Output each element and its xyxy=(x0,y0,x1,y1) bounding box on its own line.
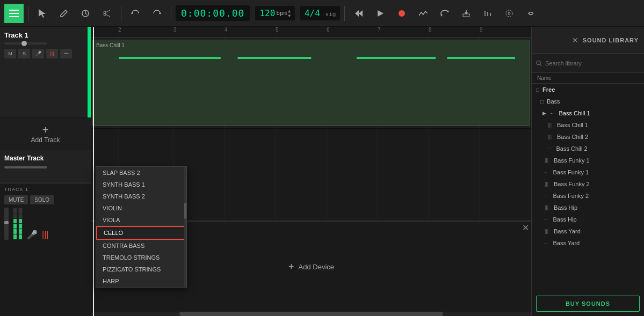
dropdown-item-synth-bass-1[interactable]: SYNTH BASS 1 xyxy=(96,179,186,190)
track1-eq[interactable]: ||| xyxy=(46,49,58,58)
bottom-mute-button[interactable]: MUTE xyxy=(4,195,28,204)
dropdown-item-harp[interactable]: HARP xyxy=(96,275,186,287)
mixer-button[interactable] xyxy=(478,4,497,23)
bottom-eq-button[interactable]: ||| xyxy=(42,230,48,240)
dropdown-item-tremolo-strings[interactable]: TREMOLO STRINGS xyxy=(96,252,186,263)
lib-item-bass-hip-b[interactable]: -· Bass Hip xyxy=(532,214,644,225)
lib-item-bass[interactable]: □ Bass xyxy=(532,95,644,107)
play-button[interactable] xyxy=(371,4,390,23)
time-display[interactable]: 0:00:00.00 xyxy=(176,5,250,21)
track1-wave[interactable]: 〜 xyxy=(60,49,72,58)
add-device-label: Add Device xyxy=(299,263,334,271)
pencil-tool[interactable] xyxy=(54,4,74,23)
bpm-arrows[interactable]: ▲▼ xyxy=(288,9,291,18)
track1-mute[interactable]: M xyxy=(4,49,16,58)
select-tool[interactable] xyxy=(33,4,52,23)
buy-sounds-button[interactable]: BUY SOUNDS xyxy=(536,296,640,312)
svg-point-47 xyxy=(537,61,540,64)
dropdown-item-violin[interactable]: VIOLIN xyxy=(96,202,186,214)
loop-button[interactable] xyxy=(435,4,454,23)
dropdown-scrollbar[interactable] xyxy=(184,167,186,287)
ruler-mark-7: 7 xyxy=(378,27,381,33)
bottom-track-label: TRACK 1 xyxy=(4,187,28,192)
lib-item-bass-chill-2-a[interactable]: ||| Bass Chill 2 xyxy=(532,131,644,143)
skip-back-button[interactable] xyxy=(349,4,368,23)
ruler-mark-6: 6 xyxy=(327,27,330,33)
lib-item-bass-yard-a[interactable]: ||| Bass Yard xyxy=(532,225,644,237)
svg-rect-1 xyxy=(9,13,19,14)
lib-item-bass-chill-1-a[interactable]: ||| Bass Chill 1 xyxy=(532,119,644,131)
dropdown-scrollbar-thumb[interactable] xyxy=(184,203,186,219)
device-panel-close[interactable]: ✕ xyxy=(522,224,529,232)
record-button[interactable] xyxy=(392,4,411,23)
dash-icon: -· xyxy=(551,111,554,116)
bpm-display[interactable]: 120 bpm ▲▼ xyxy=(255,6,295,20)
track1-mic[interactable]: 🎤 xyxy=(32,49,44,58)
lib-item-bass-chill-2-b[interactable]: -· Bass Chill 2 xyxy=(532,143,644,155)
ruler-mark-2: 2 xyxy=(118,27,121,33)
lib-item-bass-funky-2-a[interactable]: ||| Bass Funky 2 xyxy=(532,178,644,190)
track1-clip-area[interactable]: Bass Chill 1 xyxy=(91,38,531,129)
track1-color xyxy=(88,27,91,117)
svg-marker-18 xyxy=(440,14,443,17)
svg-marker-12 xyxy=(159,12,161,14)
lib-item-bass-chill-1-expanded[interactable]: ▶ -· Bass Chill 1 xyxy=(532,107,644,119)
ruler-mark-3: 3 xyxy=(173,27,177,33)
svg-point-26 xyxy=(506,10,512,17)
menu-button[interactable] xyxy=(4,4,24,23)
track1-name: Track 1 xyxy=(4,31,28,39)
track1-clip[interactable]: Bass Chill 1 xyxy=(92,40,530,126)
lib-item-bass-funky-1-b[interactable]: -· Bass Funky 1 xyxy=(532,166,644,178)
svg-point-8 xyxy=(104,13,106,16)
export-button[interactable] xyxy=(457,4,476,23)
library-search-input[interactable] xyxy=(545,60,640,67)
ruler-mark-8: 8 xyxy=(429,27,432,33)
separator-3 xyxy=(171,6,171,21)
dropdown-item-contra-bass[interactable]: CONTRA BASS xyxy=(96,240,186,252)
dropdown-menu: SLAP BASS 2 SYNTH BASS 1 SYNTH BASS 2 VI… xyxy=(96,166,187,288)
dropdown-item-slap-bass-2[interactable]: SLAP BASS 2 xyxy=(96,167,186,179)
bottom-solo-button[interactable]: SOLO xyxy=(30,195,54,204)
bottom-volume-fader[interactable] xyxy=(4,208,9,240)
bottom-mic-button[interactable]: 🎤 xyxy=(27,230,38,240)
dash-icon-5: -· xyxy=(545,240,548,246)
library-close-button[interactable]: ✕ xyxy=(572,36,578,45)
timeline-ruler: 2 3 4 5 6 7 8 9 xyxy=(91,27,531,38)
lib-item-free[interactable]: □ Free xyxy=(532,84,644,95)
timeline-hscrollbar[interactable] xyxy=(91,312,531,316)
settings-button[interactable] xyxy=(500,4,519,23)
sig-display[interactable]: 4/4 sig xyxy=(300,6,340,20)
dropdown-item-synth-bass-2[interactable]: SYNTH BASS 2 xyxy=(96,190,186,202)
add-device-plus-icon: + xyxy=(288,261,294,273)
track1-solo[interactable]: S xyxy=(18,49,30,58)
redo-button[interactable] xyxy=(147,4,167,23)
master-track-name: Master Track xyxy=(4,155,44,162)
add-track-area[interactable]: + Add Track xyxy=(0,118,91,150)
lib-item-bass-funky-1-a[interactable]: ||| Bass Funky 1 xyxy=(532,155,644,166)
svg-point-7 xyxy=(104,11,106,13)
lib-item-bass-yard-b[interactable]: -· Bass Yard xyxy=(532,237,644,249)
undo-button[interactable] xyxy=(126,4,145,23)
scissors-tool[interactable] xyxy=(97,4,117,23)
lib-item-bass-funky-2-b[interactable]: -· Bass Funky 2 xyxy=(532,190,644,202)
sound-wave-icon-5: ||| xyxy=(545,205,548,210)
master-volume-slider[interactable] xyxy=(4,166,47,168)
track1-controls: M S 🎤 ||| 〜 xyxy=(4,49,86,58)
dropdown-item-pizzicato-strings[interactable]: PIZZICATO STRINGS xyxy=(96,263,186,275)
sound-wave-icon-1: ||| xyxy=(548,122,552,128)
track1-volume-slider[interactable] xyxy=(4,42,47,45)
lib-item-bass-hip-a[interactable]: ||| Bass Hip xyxy=(532,202,644,214)
dash-icon-4: -· xyxy=(545,217,548,222)
svg-rect-0 xyxy=(9,10,19,11)
library-list[interactable]: □ Free □ Bass ▶ -· Bass Chill 1 ||| Bass… xyxy=(532,84,644,291)
automation-button[interactable] xyxy=(414,4,433,23)
add-device-area[interactable]: + Add Device xyxy=(288,261,334,273)
dropdown-item-cello[interactable]: CELLO xyxy=(96,226,186,240)
hscrollbar-thumb[interactable] xyxy=(179,312,443,316)
svg-rect-37 xyxy=(357,57,436,59)
svg-rect-35 xyxy=(119,57,221,59)
dropdown-item-viola[interactable]: VIOLA xyxy=(96,214,186,226)
left-bottom-panel: TRACK 1 MUTE SOLO xyxy=(0,182,91,316)
clock-tool[interactable] xyxy=(76,4,95,23)
back-button[interactable] xyxy=(521,4,540,23)
